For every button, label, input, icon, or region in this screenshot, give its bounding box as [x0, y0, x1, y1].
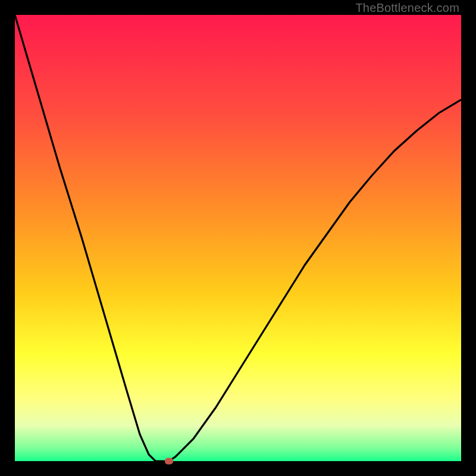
- optimal-point-marker: [165, 458, 173, 465]
- chart-svg: [15, 15, 461, 461]
- watermark-text: TheBottleneck.com: [355, 1, 459, 15]
- chart-plot-area: [15, 15, 461, 461]
